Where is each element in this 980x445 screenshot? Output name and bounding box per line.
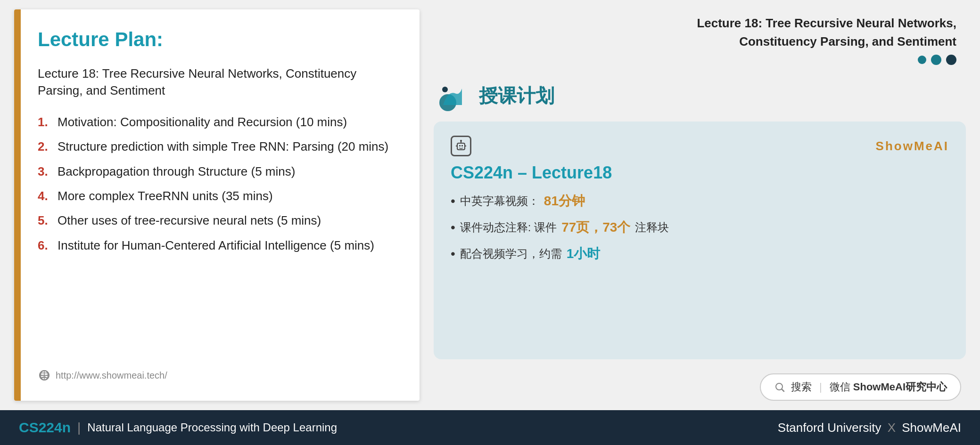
- footer-subtitle: Natural Language Processing with Deep Le…: [87, 421, 337, 434]
- svg-line-11: [782, 389, 784, 392]
- robot-icon: [451, 136, 471, 156]
- footer: CS224n | Natural Language Processing wit…: [0, 410, 980, 445]
- lecture-header-title: Lecture 18: Tree Recursive Neural Networ…: [434, 14, 956, 51]
- card-item-2-highlight: 77页，73个: [561, 218, 630, 236]
- slide-subtitle: Lecture 18: Tree Recursive Neural Networ…: [38, 65, 396, 99]
- search-text: 搜索: [791, 380, 812, 394]
- search-icon: [774, 381, 785, 393]
- svg-point-2: [442, 87, 448, 92]
- card-item-2-suffix: 注释块: [635, 220, 669, 235]
- dot-icon-1: [918, 56, 926, 64]
- footer-course: CS224n: [19, 420, 71, 436]
- svg-rect-4: [459, 145, 461, 146]
- list-text: Backpropagation through Structure (5 min…: [58, 163, 295, 180]
- card-item-1-highlight: 81分钟: [544, 192, 585, 210]
- card-lecture-title: CS224n – Lecture18: [451, 163, 949, 183]
- search-divider: |: [819, 381, 822, 393]
- chinese-section: 授课计划: [434, 79, 966, 112]
- dot-icon-3: [946, 55, 956, 65]
- list-item: 1. Motivation: Compositionality and Recu…: [38, 113, 396, 130]
- card-item-3-highlight: 1小时: [567, 245, 601, 263]
- list-item: 6. Institute for Human-Centered Artifici…: [38, 237, 396, 254]
- list-item: 4. More complex TreeRNN units (35 mins): [38, 187, 396, 204]
- footer-left: CS224n | Natural Language Processing wit…: [19, 420, 337, 436]
- slide-title: Lecture Plan:: [38, 28, 396, 51]
- footer-brand: ShowMeAI: [902, 421, 961, 435]
- list-item: 2. Structure prediction with simple Tree…: [38, 138, 396, 155]
- lecture-plan-icon: [438, 79, 471, 112]
- footer-university: Stanford University: [778, 421, 881, 435]
- lecture-dots: [434, 55, 956, 65]
- robot-svg: [454, 139, 468, 153]
- list-text: Structure prediction with simple Tree RN…: [58, 138, 388, 155]
- card-item-2-prefix: 课件动态注释: 课件: [460, 220, 557, 235]
- slide-list: 1. Motivation: Compositionality and Recu…: [38, 113, 396, 261]
- card-item-3: 配合视频学习，约需 1小时: [451, 245, 949, 263]
- card-item-1: 中英字幕视频： 81分钟: [451, 192, 949, 210]
- slide-panel: Lecture Plan: Lecture 18: Tree Recursive…: [14, 9, 420, 401]
- showmeai-brand: ShowMeAI: [876, 139, 949, 154]
- card-item-3-prefix: 配合视频学习，约需: [460, 246, 562, 261]
- list-text: More complex TreeRNN units (35 mins): [58, 187, 273, 204]
- list-num: 6.: [38, 237, 52, 254]
- card-item-2: 课件动态注释: 课件 77页，73个 注释块: [451, 218, 949, 236]
- chinese-title: 授课计划: [479, 83, 554, 109]
- search-label: 微信 ShowMeAI研究中心: [830, 380, 947, 394]
- list-text: Motivation: Compositionality and Recursi…: [58, 113, 347, 130]
- link-icon: [38, 369, 51, 382]
- svg-rect-5: [461, 145, 463, 146]
- slide-accent-bar: [14, 9, 21, 401]
- showmeai-card: ShowMeAI CS224n – Lecture18 中英字幕视频： 81分钟…: [434, 121, 966, 359]
- search-bar[interactable]: 搜索 | 微信 ShowMeAI研究中心: [760, 373, 961, 401]
- list-num: 1.: [38, 113, 52, 130]
- dot-icon-2: [931, 55, 941, 65]
- card-top: ShowMeAI: [451, 136, 949, 156]
- list-item: 5. Other uses of tree-recursive neural n…: [38, 212, 396, 229]
- footer-x: X: [888, 421, 896, 435]
- list-num: 3.: [38, 163, 52, 180]
- right-panel: Lecture 18: Tree Recursive Neural Networ…: [434, 9, 966, 401]
- svg-point-7: [460, 140, 462, 142]
- card-item-1-prefix: 中英字幕视频：: [460, 194, 539, 209]
- list-num: 4.: [38, 187, 52, 204]
- footer-separator: |: [77, 420, 81, 435]
- list-num: 2.: [38, 138, 52, 155]
- list-text: Other uses of tree-recursive neural nets…: [58, 212, 321, 229]
- list-text: Institute for Human-Centered Artificial …: [58, 237, 374, 254]
- list-num: 5.: [38, 212, 52, 229]
- footer-url: http://www.showmeai.tech/: [56, 370, 167, 381]
- lecture-header: Lecture 18: Tree Recursive Neural Networ…: [434, 9, 966, 65]
- slide-footer: http://www.showmeai.tech/: [38, 369, 396, 382]
- footer-right: Stanford University X ShowMeAI: [778, 421, 961, 435]
- list-item: 3. Backpropagation through Structure (5 …: [38, 163, 396, 180]
